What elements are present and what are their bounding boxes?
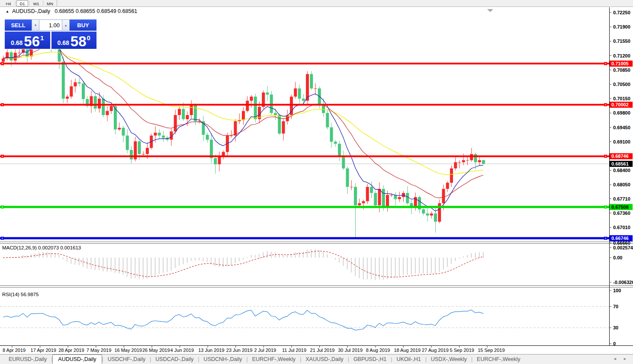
timeframe-button-h4[interactable]: H4 (3, 0, 14, 6)
svg-text:0.72250: 0.72250 (613, 10, 630, 15)
svg-text:0.68400: 0.68400 (613, 168, 630, 173)
svg-text:-0.006326: -0.006326 (613, 280, 633, 285)
svg-text:0.002574: 0.002574 (613, 245, 633, 250)
svg-text:0.68050: 0.68050 (613, 182, 630, 187)
macd-indicator-title: MACD(12,26,9) 0.002073 0.001613 (2, 245, 81, 250)
svg-text:0.71550: 0.71550 (613, 38, 630, 44)
timeframe-button-d1[interactable]: D1 (16, 0, 28, 6)
svg-text:0.71900: 0.71900 (613, 24, 630, 29)
chart-tab-gbpusd-h1[interactable]: GBPUSD-,H1 (349, 355, 391, 363)
date-label: 27 Aug 2019 (422, 348, 449, 353)
chart-tab-xauusd-daily[interactable]: XAUUSD-,Daily (301, 355, 348, 363)
volume-input[interactable]: 1.00 (39, 19, 62, 31)
svg-text:0.71200: 0.71200 (613, 53, 630, 58)
chart-tab-usdchf-daily[interactable]: USDCHF-,Daily (103, 355, 150, 363)
ma-fast-line (3, 40, 483, 211)
date-label: 30 Jul 2019 (338, 348, 363, 353)
rsi-indicator-title: RSI(14) 56.9875 (2, 292, 39, 297)
buy-button[interactable]: BUY (70, 19, 96, 31)
pane-frames (0, 7, 633, 346)
tab-scroll-right-icon[interactable]: ► (623, 357, 630, 361)
date-label: 26 May 2019 (142, 348, 170, 353)
candlesticks (2, 26, 485, 237)
buy-pips: 58 (71, 35, 87, 48)
chart-tab-eurchf-weekly[interactable]: EURCHF-,Weekly (472, 355, 524, 363)
terminal-window: H4D1W1MN 0.722500.719000.715500.712000.7… (0, 0, 633, 364)
svg-text:0.70850: 0.70850 (613, 67, 630, 73)
chart-tab-eurusd-daily[interactable]: EURUSD-,Daily (4, 355, 51, 363)
volume-decrease-icon[interactable]: ▼ (32, 19, 39, 31)
collapse-triangle-icon[interactable]: ▲ (6, 10, 9, 13)
svg-text:0.68561: 0.68561 (611, 161, 629, 166)
svg-text:30: 30 (613, 325, 618, 330)
date-label: 16 May 2019 (114, 348, 142, 353)
svg-text:0.70500: 0.70500 (613, 82, 630, 87)
date-label: 21 Jul 2019 (310, 348, 335, 353)
svg-text:0.67508: 0.67508 (611, 204, 629, 210)
date-label: 18 Aug 2019 (394, 348, 421, 353)
date-label: 5 Sep 2019 (450, 348, 474, 353)
volume-increase-icon[interactable]: ▲ (62, 19, 70, 31)
toolbar-separator (43, 1, 43, 6)
rsi-line (3, 310, 483, 330)
date-label: 4 Jun 2019 (170, 348, 194, 353)
timeframe-button-mn[interactable]: MN (44, 0, 56, 6)
toolbar-separator (29, 1, 29, 6)
chart-tab-usdcad-daily[interactable]: USDCAD-,Daily (151, 355, 198, 363)
date-label: 8 Apr 2019 (3, 348, 26, 353)
sell-pipette: 1 (40, 34, 44, 42)
toolbar-separator (57, 0, 57, 6)
price-axis: 0.722500.719000.715500.712000.708500.705… (609, 10, 633, 246)
tab-scroll-left-icon[interactable]: ◄ (613, 357, 620, 361)
svg-text:0.69100: 0.69100 (613, 139, 630, 144)
date-label: 28 Apr 2019 (58, 348, 84, 353)
svg-text:0.00: 0.00 (613, 255, 622, 260)
date-label: 23 Jun 2019 (226, 348, 253, 353)
svg-text:0.70150: 0.70150 (613, 96, 630, 101)
timeframe-toolbar: H4D1W1MN (0, 0, 633, 7)
rsi-pane: 10070300 (0, 288, 621, 346)
svg-text:0.66746: 0.66746 (611, 236, 629, 241)
buy-big-figure: 0.68 (58, 39, 69, 46)
date-label: 7 May 2019 (87, 348, 111, 353)
chart-ohlc-values: 0.68655 0.68655 0.68549 0.68561 (55, 8, 137, 14)
chart-shift-marker-icon[interactable] (487, 9, 493, 12)
buy-pipette: 0 (87, 34, 90, 42)
moving-averages (3, 40, 483, 211)
sell-button[interactable]: SELL (5, 19, 32, 31)
svg-text:0.69450: 0.69450 (613, 125, 630, 130)
date-label: 11 Jul 2019 (282, 348, 306, 353)
svg-text:0.68746: 0.68746 (611, 153, 629, 159)
sell-price-display[interactable]: 0.68 56 1 (5, 32, 50, 49)
toolbar-separator (15, 1, 16, 6)
chart-tab-bar: EURUSD-,Daily|AUDUSD-,Daily|USDCHF-,Dail… (0, 354, 633, 364)
svg-text:100: 100 (613, 288, 621, 293)
svg-text:0.67710: 0.67710 (613, 196, 630, 201)
svg-text:0.70002: 0.70002 (611, 102, 629, 107)
svg-text:0.67010: 0.67010 (613, 225, 630, 230)
chart-tab-eurchf-weekly[interactable]: EURCHF-,Weekly (248, 355, 300, 363)
date-label: 2 Jul 2019 (254, 348, 276, 353)
sell-big-figure: 0.68 (11, 39, 22, 46)
chart-tab-ukoil-h1[interactable]: UKOil-,H1 (392, 355, 425, 363)
svg-text:70: 70 (613, 304, 618, 309)
date-label: 15 Sep 2019 (478, 348, 504, 353)
date-label: 13 Jun 2019 (198, 348, 225, 353)
chart-title: ▲ AUDUSD-,Daily 0.68655 0.68655 0.68549 … (6, 8, 137, 14)
chart-tab-usdcnh-daily[interactable]: USDCNH-,Daily (199, 355, 247, 363)
date-label: 8 Aug 2019 (366, 348, 390, 353)
svg-text:0.69800: 0.69800 (613, 110, 630, 115)
date-label: 17 Apr 2019 (31, 348, 56, 353)
svg-text:0: 0 (613, 341, 616, 346)
svg-text:0.67360: 0.67360 (613, 211, 630, 216)
price-chart[interactable]: 0.722500.719000.715500.712000.708500.705… (0, 7, 633, 354)
one-click-trading-panel: SELL ▼ 1.00 ▲ BUY 0.68 56 1 0.68 58 0 (4, 19, 97, 49)
buy-price-display[interactable]: 0.68 58 0 (51, 32, 97, 49)
chart-tab-audusd-daily[interactable]: AUDUSD-,Daily (52, 354, 102, 364)
sell-pips: 56 (24, 35, 40, 48)
chart-tab-usdx-weekly[interactable]: USDX-,Weekly (427, 355, 471, 363)
macd-pane: 0.0025740.00-0.006326 (3, 245, 633, 285)
tab-scroll-arrows[interactable]: ◄ ► (613, 357, 630, 361)
svg-text:0.71005: 0.71005 (611, 61, 629, 66)
timeframe-button-w1[interactable]: W1 (30, 0, 42, 6)
